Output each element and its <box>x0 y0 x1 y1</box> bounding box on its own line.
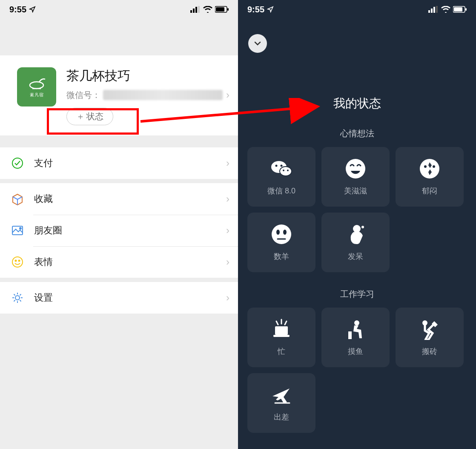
chevron-right-icon: › <box>226 224 229 236</box>
menu-label: 设置 <box>34 291 226 304</box>
svg-point-37 <box>361 226 364 228</box>
card-label: 数羊 <box>274 251 289 262</box>
profile-id-label: 微信号： <box>66 89 100 101</box>
svg-point-13 <box>15 260 17 262</box>
menu-item-stickers[interactable]: 表情 › <box>0 246 238 278</box>
svg-rect-17 <box>431 9 433 13</box>
svg-point-25 <box>275 165 278 167</box>
card-label: 美滋滋 <box>344 186 367 196</box>
svg-rect-2 <box>195 7 197 13</box>
svg-point-40 <box>354 320 359 325</box>
chevron-right-icon: › <box>226 292 229 304</box>
broken-face-icon <box>419 158 441 180</box>
card-label: 微信 8.0 <box>267 186 295 196</box>
status-bar: 9:55 <box>0 0 238 19</box>
svg-rect-3 <box>198 6 200 13</box>
status-card-depressed[interactable]: 郁闷 <box>396 147 464 207</box>
shovel-icon <box>419 318 441 340</box>
svg-point-34 <box>283 230 287 235</box>
svg-point-33 <box>276 230 280 235</box>
status-card-slack[interactable]: 摸鱼 <box>321 308 390 367</box>
signal-icon <box>428 6 439 13</box>
svg-point-27 <box>283 170 284 171</box>
svg-rect-16 <box>428 10 430 13</box>
add-status-label: 状态 <box>86 111 103 122</box>
status-card-mehuo[interactable]: 数羊 <box>247 213 315 272</box>
profile-id-value-blurred <box>103 90 223 100</box>
card-label: 发呆 <box>348 251 363 262</box>
svg-point-29 <box>346 159 365 178</box>
location-icon <box>267 6 274 13</box>
chevron-right-icon: › <box>226 193 229 205</box>
close-button[interactable] <box>248 34 267 53</box>
svg-point-30 <box>424 165 427 168</box>
section-work-title: 工作学习 <box>238 288 476 300</box>
svg-rect-1 <box>193 9 195 13</box>
plus-icon: ＋ <box>76 111 85 122</box>
blank-face-icon <box>270 223 292 245</box>
wifi-icon <box>441 6 450 13</box>
menu-item-settings[interactable]: 设置 › <box>0 282 238 314</box>
status-card-happy[interactable]: 美滋滋 <box>321 147 390 207</box>
svg-point-31 <box>433 165 435 168</box>
airplane-icon <box>270 384 292 406</box>
svg-point-28 <box>287 170 289 171</box>
stickers-icon <box>10 255 25 269</box>
thinking-icon <box>344 223 367 245</box>
menu-label: 支付 <box>34 157 226 170</box>
chevron-right-icon: › <box>226 157 229 169</box>
svg-rect-18 <box>433 7 435 13</box>
menu-label: 表情 <box>34 256 226 268</box>
svg-point-9 <box>12 158 23 168</box>
svg-rect-38 <box>275 326 288 335</box>
svg-rect-6 <box>227 8 229 11</box>
happy-face-icon <box>344 158 367 180</box>
card-label: 忙 <box>278 346 285 357</box>
svg-point-14 <box>19 260 20 262</box>
svg-point-11 <box>20 227 21 229</box>
svg-rect-21 <box>454 7 462 12</box>
svg-rect-19 <box>436 6 438 13</box>
svg-rect-41 <box>348 331 352 339</box>
battery-icon <box>453 6 467 13</box>
svg-rect-5 <box>216 7 224 12</box>
menu-item-moments[interactable]: 朋友圈 › <box>0 215 238 246</box>
chevron-right-icon: › <box>226 89 229 101</box>
add-status-button[interactable]: ＋ 状态 <box>66 108 113 125</box>
wifi-icon <box>203 6 212 13</box>
card-label: 出差 <box>274 412 289 422</box>
card-label: 摸鱼 <box>348 346 363 357</box>
profile-id-row[interactable]: 微信号： › <box>66 89 229 101</box>
avatar[interactable]: 素凡宿 <box>17 67 56 106</box>
section-mood-title: 心情想法 <box>238 128 476 139</box>
svg-point-7 <box>30 82 43 89</box>
menu-label: 朋友圈 <box>34 224 226 237</box>
svg-point-24 <box>280 167 292 176</box>
page-title: 我的状态 <box>238 95 476 112</box>
svg-rect-0 <box>190 10 192 13</box>
settings-icon <box>10 291 25 305</box>
status-card-daze[interactable]: 发呆 <box>321 213 390 272</box>
pay-icon <box>10 156 25 170</box>
status-card-wechat8[interactable]: 微信 8.0 <box>247 147 315 207</box>
status-card-busy[interactable]: 忙 <box>247 308 315 367</box>
status-time: 9:55 <box>247 5 264 14</box>
menu-item-favorites[interactable]: 收藏 › <box>0 183 238 215</box>
svg-point-12 <box>12 257 23 267</box>
signal-icon <box>190 6 201 13</box>
card-label: 郁闷 <box>422 186 437 196</box>
status-card-trip[interactable]: 出差 <box>247 373 315 433</box>
menu-item-pay[interactable]: 支付 › <box>0 147 238 179</box>
status-time: 9:55 <box>9 5 26 14</box>
svg-point-26 <box>281 165 283 167</box>
svg-point-15 <box>15 296 20 300</box>
status-picker-screen: 9:55 我的状态 心情想法 微信 8.0 <box>238 0 476 449</box>
card-label: 搬砖 <box>422 346 437 357</box>
favorites-icon <box>10 192 25 206</box>
laptop-busy-icon <box>270 318 292 340</box>
battery-icon <box>215 6 229 13</box>
profile-block: 素凡宿 茶几杯技巧 微信号： › ＋ 状态 <box>0 55 238 135</box>
status-card-brick[interactable]: 搬砖 <box>396 308 464 367</box>
status-bar: 9:55 <box>238 0 476 19</box>
work-grid: 忙 摸鱼 搬砖 出差 <box>238 308 476 433</box>
